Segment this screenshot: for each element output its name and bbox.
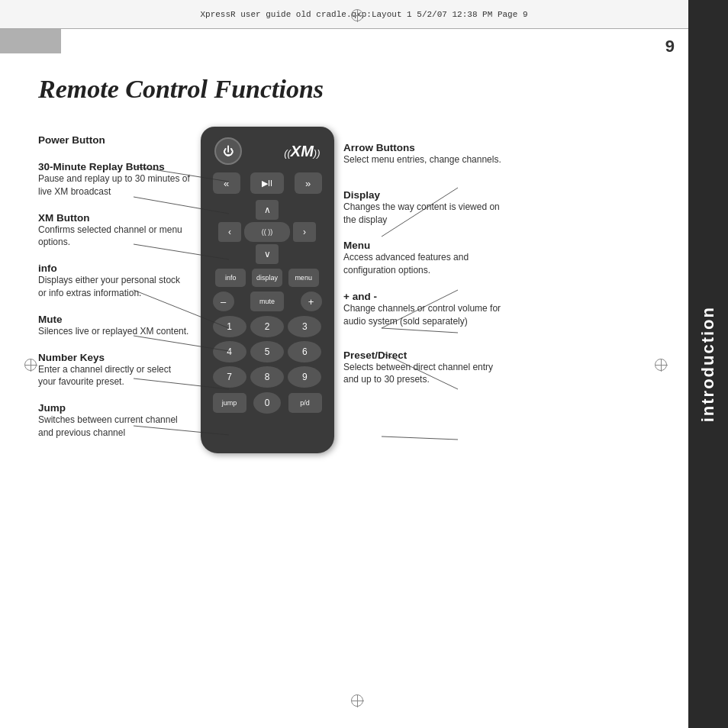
sidebar-label: introduction bbox=[698, 306, 718, 422]
label-info: info Displays either your personal stock… bbox=[38, 263, 191, 300]
num-2-button[interactable]: 2 bbox=[250, 316, 284, 337]
label-numkeys: Number Keys Enter a channel directly or … bbox=[38, 352, 191, 389]
num-4-button[interactable]: 4 bbox=[213, 341, 246, 362]
menu-button[interactable]: menu bbox=[288, 269, 319, 287]
numpad: 1 2 3 4 5 6 7 8 9 bbox=[210, 316, 325, 388]
remote-wrapper: ⏻ ((XM)) « ▶II » bbox=[191, 127, 343, 453]
label-menu-title: Menu bbox=[343, 240, 504, 251]
page-title: Remote Control Functions bbox=[38, 75, 665, 104]
label-mute-title: Mute bbox=[38, 314, 191, 325]
label-display-desc: Changes the way content is viewed on the… bbox=[343, 201, 504, 227]
label-info-desc: Displays either your personal stock or i… bbox=[38, 274, 191, 300]
labels-left: Power Button 30-Minute Replay Buttons Pa… bbox=[38, 127, 191, 453]
label-arrow-desc: Select menu entries, change channels. bbox=[343, 153, 504, 166]
menu-label: menu bbox=[295, 274, 312, 282]
pd-label: p/d bbox=[300, 399, 310, 407]
right-sidebar: introduction bbox=[688, 0, 728, 728]
play-pause-button[interactable]: ▶II bbox=[250, 172, 284, 194]
pd-button[interactable]: p/d bbox=[288, 393, 322, 413]
label-plus-minus-title: + and - bbox=[343, 291, 504, 302]
num-5-button[interactable]: 5 bbox=[250, 341, 284, 362]
arrow-down-icon: ∨ bbox=[264, 249, 271, 259]
label-plus-minus-desc: Change channels or control volume for au… bbox=[343, 302, 504, 328]
replay-fwd-button[interactable]: » bbox=[295, 172, 322, 194]
label-mute-desc: Silences live or replayed XM content. bbox=[38, 325, 191, 338]
label-jump: Jump Switches between current channel an… bbox=[38, 402, 191, 440]
remote-control: ⏻ ((XM)) « ▶II » bbox=[201, 127, 334, 453]
jump-button[interactable]: jump bbox=[213, 393, 246, 413]
info-label: info bbox=[225, 274, 237, 282]
arrow-pad: ∧ ‹ (( )) › bbox=[210, 200, 325, 264]
label-display-title: Display bbox=[343, 189, 504, 201]
arrow-left-icon: ‹ bbox=[228, 227, 231, 237]
num-8-button[interactable]: 8 bbox=[250, 366, 284, 388]
label-replay-desc: Pause and replay up to 30 minutes of liv… bbox=[38, 172, 191, 198]
label-xm-desc: Confirms selected channel or menu option… bbox=[38, 224, 191, 250]
vol-row: – mute + bbox=[210, 292, 325, 311]
label-mute: Mute Silences live or replayed XM conten… bbox=[38, 314, 191, 338]
mute-button[interactable]: mute bbox=[250, 292, 284, 311]
label-display: Display Changes the way content is viewe… bbox=[343, 189, 504, 227]
xm-center-icon: (( )) bbox=[262, 228, 273, 236]
label-jump-desc: Switches between current channel and pre… bbox=[38, 414, 191, 440]
main-content: Remote Control Functions Power Button 30… bbox=[0, 29, 688, 728]
power-icon: ⏻ bbox=[223, 145, 234, 157]
page-header: XpressR user guide old cradle.qxp:Layout… bbox=[0, 0, 728, 29]
label-preset: Preset/Direct Selects between direct cha… bbox=[343, 350, 504, 387]
label-jump-title: Jump bbox=[38, 402, 191, 414]
labels-right: Arrow Buttons Select menu entries, chang… bbox=[343, 127, 504, 453]
header-text: XpressR user guide old cradle.qxp:Layout… bbox=[200, 10, 527, 19]
label-numkeys-desc: Enter a channel directly or select your … bbox=[38, 363, 191, 389]
xm-center-button[interactable]: (( )) bbox=[244, 222, 290, 242]
diagram-area: Power Button 30-Minute Replay Buttons Pa… bbox=[38, 127, 665, 453]
replay-back-icon: « bbox=[224, 178, 229, 189]
label-menu: Menu Access advanced features and config… bbox=[343, 240, 504, 277]
label-power: Power Button bbox=[38, 134, 191, 146]
label-preset-desc: Selects between direct channel entry and… bbox=[343, 361, 504, 387]
label-menu-desc: Access advanced features and configurati… bbox=[343, 251, 504, 277]
jump-label: jump bbox=[222, 399, 237, 407]
display-button[interactable]: display bbox=[252, 269, 282, 287]
power-button[interactable]: ⏻ bbox=[214, 137, 242, 165]
reg-mark-top bbox=[351, 9, 363, 21]
num-0-button[interactable]: 0 bbox=[253, 392, 281, 414]
label-replay: 30-Minute Replay Buttons Pause and repla… bbox=[38, 161, 191, 198]
label-info-title: info bbox=[38, 263, 191, 274]
arrow-mid-row: ‹ (( )) › bbox=[218, 222, 316, 242]
vol-minus-icon: – bbox=[221, 296, 226, 308]
replay-back-button[interactable]: « bbox=[213, 172, 240, 194]
arrow-down-button[interactable]: ∨ bbox=[256, 244, 279, 264]
replay-fwd-icon: » bbox=[305, 178, 311, 189]
label-replay-title: 30-Minute Replay Buttons bbox=[38, 161, 191, 172]
num-1-button[interactable]: 1 bbox=[213, 316, 246, 337]
num-6-button[interactable]: 6 bbox=[288, 341, 321, 362]
num-9-button[interactable]: 9 bbox=[288, 366, 321, 388]
play-pause-icon: ▶II bbox=[262, 179, 272, 188]
info-button[interactable]: info bbox=[215, 269, 246, 287]
label-plus-minus: + and - Change channels or control volum… bbox=[343, 291, 504, 328]
label-preset-title: Preset/Direct bbox=[343, 350, 504, 361]
vol-plus-button[interactable]: + bbox=[301, 292, 322, 311]
arrow-up-button[interactable]: ∧ bbox=[256, 200, 279, 220]
arrow-right-button[interactable]: › bbox=[293, 222, 316, 242]
arrow-left-button[interactable]: ‹ bbox=[218, 222, 241, 242]
label-arrow-title: Arrow Buttons bbox=[343, 142, 504, 153]
label-xm-title: XM Button bbox=[38, 212, 191, 224]
num-3-button[interactable]: 3 bbox=[288, 316, 321, 337]
replay-row: « ▶II » bbox=[210, 172, 325, 194]
label-arrow-buttons: Arrow Buttons Select menu entries, chang… bbox=[343, 142, 504, 166]
bottom-row: jump 0 p/d bbox=[210, 392, 325, 414]
label-xm: XM Button Confirms selected channel or m… bbox=[38, 212, 191, 250]
mute-label: mute bbox=[259, 298, 275, 305]
num-7-button[interactable]: 7 bbox=[213, 366, 246, 388]
arrow-up-row: ∧ bbox=[256, 200, 279, 220]
label-power-title: Power Button bbox=[38, 134, 191, 146]
arrow-right-icon: › bbox=[303, 227, 306, 237]
xm-logo: ((XM)) bbox=[284, 143, 320, 160]
remote-top-row: ⏻ ((XM)) bbox=[210, 137, 325, 165]
idm-row: info display menu bbox=[210, 269, 325, 287]
arrow-down-row: ∨ bbox=[256, 244, 279, 264]
label-numkeys-title: Number Keys bbox=[38, 352, 191, 363]
vol-minus-button[interactable]: – bbox=[213, 292, 234, 311]
display-label: display bbox=[256, 274, 278, 282]
